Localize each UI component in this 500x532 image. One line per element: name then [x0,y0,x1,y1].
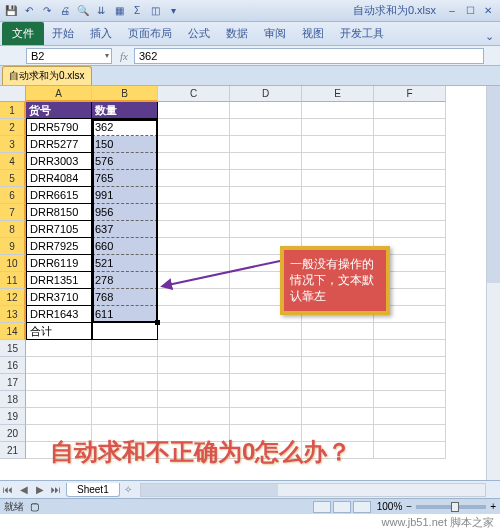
cell-A14[interactable]: 合计 [26,323,92,340]
cell-F8[interactable] [374,221,446,238]
zoom-out-button[interactable]: − [406,501,412,512]
cell-B11[interactable]: 278 [92,272,158,289]
maximize-button[interactable]: ☐ [462,4,478,18]
cell-E2[interactable] [302,119,374,136]
row-header-9[interactable]: 9 [0,238,26,255]
name-box[interactable]: B2 ▾ [26,48,112,64]
row-header-1[interactable]: 1 [0,102,26,119]
cell-E19[interactable] [302,408,374,425]
cell-A7[interactable]: DRR8150 [26,204,92,221]
vertical-scrollbar[interactable] [486,86,500,480]
cell-B15[interactable] [92,340,158,357]
fill-handle[interactable] [155,320,160,325]
cell-B9[interactable]: 660 [92,238,158,255]
cell-A16[interactable] [26,357,92,374]
cell-E3[interactable] [302,136,374,153]
cell-E14[interactable] [302,323,374,340]
sheet-nav-last-icon[interactable]: ⏭ [48,484,64,495]
cell-A6[interactable]: DRR6615 [26,187,92,204]
cell-D4[interactable] [230,153,302,170]
cell-F5[interactable] [374,170,446,187]
col-header-C[interactable]: C [158,86,230,102]
view-normal-button[interactable] [313,501,331,513]
cell-D1[interactable] [230,102,302,119]
fx-icon[interactable]: fx [120,50,128,62]
tab-insert[interactable]: 插入 [82,22,120,45]
col-header-A[interactable]: A [26,86,92,102]
cell-A11[interactable]: DRR1351 [26,272,92,289]
cell-B16[interactable] [92,357,158,374]
horizontal-scrollbar[interactable] [140,483,486,497]
cell-F4[interactable] [374,153,446,170]
tab-page-layout[interactable]: 页面布局 [120,22,180,45]
cell-B10[interactable]: 521 [92,255,158,272]
cell-E7[interactable] [302,204,374,221]
cell-D19[interactable] [230,408,302,425]
row-header-12[interactable]: 12 [0,289,26,306]
cell-C3[interactable] [158,136,230,153]
cell-C18[interactable] [158,391,230,408]
cell-E15[interactable] [302,340,374,357]
cell-D3[interactable] [230,136,302,153]
cell-A12[interactable]: DRR3710 [26,289,92,306]
cell-A15[interactable] [26,340,92,357]
ribbon-collapse-icon[interactable]: ⌄ [479,28,500,45]
cell-B17[interactable] [92,374,158,391]
col-header-F[interactable]: F [374,86,446,102]
row-header-15[interactable]: 15 [0,340,26,357]
cell-B1[interactable]: 数量 [92,102,158,119]
row-header-6[interactable]: 6 [0,187,26,204]
cell-E1[interactable] [302,102,374,119]
cell-F7[interactable] [374,204,446,221]
cell-E16[interactable] [302,357,374,374]
cell-F21[interactable] [374,442,446,459]
cell-A4[interactable]: DRR3003 [26,153,92,170]
cell-E6[interactable] [302,187,374,204]
cell-A13[interactable]: DRR1643 [26,306,92,323]
sheet-nav-first-icon[interactable]: ⏮ [0,484,16,495]
cell-C6[interactable] [158,187,230,204]
zoom-in-button[interactable]: + [490,501,496,512]
cell-B19[interactable] [92,408,158,425]
cell-A8[interactable]: DRR7105 [26,221,92,238]
cell-A10[interactable]: DRR6119 [26,255,92,272]
minimize-button[interactable]: – [444,4,460,18]
cell-B4[interactable]: 576 [92,153,158,170]
formula-input[interactable]: 362 [134,48,484,64]
cell-B3[interactable]: 150 [92,136,158,153]
tab-view[interactable]: 视图 [294,22,332,45]
tab-data[interactable]: 数据 [218,22,256,45]
cell-E18[interactable] [302,391,374,408]
redo-icon[interactable]: ↷ [40,4,54,18]
cell-F14[interactable] [374,323,446,340]
cell-D8[interactable] [230,221,302,238]
sheet-nav-next-icon[interactable]: ▶ [32,484,48,495]
cell-C4[interactable] [158,153,230,170]
cell-A1[interactable]: 货号 [26,102,92,119]
undo-icon[interactable]: ↶ [22,4,36,18]
cell-D6[interactable] [230,187,302,204]
cell-C12[interactable] [158,289,230,306]
name-box-dropdown-icon[interactable]: ▾ [105,51,109,60]
cell-F19[interactable] [374,408,446,425]
cell-E8[interactable] [302,221,374,238]
cell-C13[interactable] [158,306,230,323]
row-header-2[interactable]: 2 [0,119,26,136]
cell-B2[interactable]: 362 [92,119,158,136]
cell-D7[interactable] [230,204,302,221]
print-icon[interactable]: 🖨 [58,4,72,18]
sheet-tab-active[interactable]: Sheet1 [66,483,120,497]
file-tab[interactable]: 文件 [2,22,44,45]
cell-B13[interactable]: 611 [92,306,158,323]
vertical-scrollbar-thumb[interactable] [487,86,500,283]
save-icon[interactable]: 💾 [4,4,18,18]
cell-B12[interactable]: 768 [92,289,158,306]
cell-A17[interactable] [26,374,92,391]
select-all-corner[interactable] [0,86,26,102]
cell-B6[interactable]: 991 [92,187,158,204]
cell-D14[interactable] [230,323,302,340]
cell-F6[interactable] [374,187,446,204]
tab-formulas[interactable]: 公式 [180,22,218,45]
row-header-11[interactable]: 11 [0,272,26,289]
sum-icon[interactable]: Σ [130,4,144,18]
